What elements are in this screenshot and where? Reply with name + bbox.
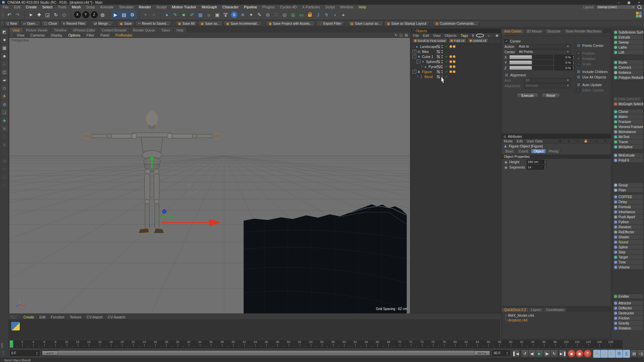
export-filter-button[interactable]: →Export Filter bbox=[316, 21, 344, 26]
next-frame-button[interactable]: )▶ bbox=[543, 350, 551, 358]
record-keyframe-button[interactable]: ◆ bbox=[568, 350, 576, 358]
hair-icon[interactable]: ◖ bbox=[331, 10, 339, 19]
scale-tool-icon[interactable]: ◲ bbox=[43, 10, 52, 19]
edges-mode-icon[interactable]: ◫ bbox=[1, 68, 8, 75]
tree-row-sphere-1[interactable]: −●Sphere.1✓ bbox=[411, 59, 500, 64]
command-shader[interactable]: Shader bbox=[613, 235, 643, 240]
texture-mode-icon[interactable]: ▦ bbox=[1, 44, 8, 51]
scroll-to-first-active-button[interactable]: Scroll to First Active bbox=[412, 38, 447, 43]
rotate-tool-icon[interactable]: ↻ bbox=[52, 10, 60, 19]
record-scale-toggle[interactable]: ◲ bbox=[600, 350, 608, 358]
command-motext[interactable]: MoText bbox=[613, 134, 643, 139]
joint-icon[interactable]: J bbox=[314, 10, 322, 19]
command-tracer[interactable]: Tracer bbox=[613, 139, 643, 144]
tag-icons[interactable] bbox=[449, 65, 455, 68]
snap-option-icon-5[interactable]: ▭ bbox=[1, 165, 8, 172]
tab-takes[interactable]: Takes bbox=[158, 27, 173, 33]
coordinate-system-icon[interactable]: ◍ bbox=[98, 10, 107, 19]
sketch-tool-icon[interactable]: ✎ bbox=[255, 10, 264, 19]
new-button[interactable]: ▯New bbox=[4, 21, 20, 26]
axis-lock-y-icon[interactable]: Y bbox=[82, 10, 90, 19]
command-cloner[interactable]: Cloner bbox=[613, 109, 643, 114]
new-panel-icon[interactable]: ⊞ bbox=[602, 139, 609, 143]
viewport-solo-icon[interactable]: ◎ bbox=[1, 101, 8, 108]
viewport-menu-grip[interactable] bbox=[10, 33, 13, 37]
menu-character[interactable]: Character bbox=[220, 5, 241, 9]
command-instance[interactable]: Instance bbox=[613, 70, 643, 75]
center-dropdown[interactable]: All Points▼ bbox=[517, 50, 571, 54]
snap-option-icon-2[interactable]: ▣ bbox=[1, 141, 8, 148]
menu-snap[interactable]: Snap bbox=[84, 5, 98, 9]
last-tool-icon[interactable]: ◇ bbox=[60, 10, 68, 19]
lock-workplane-icon[interactable]: ◈ bbox=[1, 117, 8, 124]
open--button[interactable]: ▱Open... bbox=[20, 21, 41, 26]
record-parameter-toggle[interactable]: Ⓟ bbox=[615, 350, 623, 358]
subdivision-surface-icon[interactable]: ● bbox=[163, 10, 171, 19]
tag-icons[interactable] bbox=[449, 45, 455, 48]
file-toolbar-grip[interactable] bbox=[1, 21, 3, 26]
lock-icon[interactable] bbox=[584, 139, 590, 142]
viewport-menu-panel[interactable]: Panel bbox=[97, 33, 112, 37]
command-subdivision-surface[interactable]: Subdivision Surface bbox=[613, 30, 643, 35]
tag-icons[interactable] bbox=[449, 60, 455, 63]
animation-dot-icon[interactable]: ◉ bbox=[504, 165, 507, 169]
command-polygon-reduction[interactable]: Polygon Reduction bbox=[613, 75, 643, 80]
timeline-ruler[interactable]: 0246810121416182022242628303234363840424… bbox=[8, 340, 623, 348]
snap-points-icon[interactable]: ∷ bbox=[272, 10, 280, 19]
make-editable-icon[interactable]: ◩ bbox=[1, 28, 8, 35]
axis-grip[interactable] bbox=[503, 34, 505, 36]
material-menu-cv-swatch[interactable]: CV-Swatch bbox=[105, 315, 128, 319]
minimize-button[interactable]: – bbox=[614, 1, 624, 4]
layer-swatch[interactable] bbox=[437, 65, 440, 68]
previous-key-button[interactable]: ↺ bbox=[521, 350, 529, 358]
animation-dot-icon[interactable]: ◉ bbox=[504, 160, 507, 164]
goto-end-button[interactable]: ▶▐ bbox=[559, 350, 567, 358]
menu-sculpt[interactable]: Sculpt bbox=[154, 5, 169, 9]
keyframe-selection-button[interactable]: ? bbox=[584, 350, 592, 358]
z-slider[interactable] bbox=[509, 66, 553, 70]
panel-menu-icon[interactable]: ▤ bbox=[405, 33, 408, 37]
workplane-mode-icon[interactable]: ◆ bbox=[1, 52, 8, 59]
unfold-all-button[interactable]: Unfold All bbox=[468, 38, 488, 43]
tweak-mode-icon[interactable]: ◇ bbox=[1, 84, 8, 92]
menu-edit[interactable]: Edit bbox=[11, 5, 23, 9]
include-children-checkbox[interactable] bbox=[577, 70, 581, 74]
panel-sync-icon[interactable]: ↻ bbox=[395, 33, 397, 37]
visibility-dots[interactable] bbox=[441, 70, 443, 73]
modeling-tool-icon[interactable]: ✦ bbox=[247, 10, 255, 19]
undo-icon[interactable]: ↶ bbox=[5, 10, 13, 19]
paint-brush-icon[interactable]: ✎ bbox=[171, 10, 179, 19]
tab-render-queue[interactable]: Render Queue bbox=[130, 27, 158, 33]
auto-update-checkbox[interactable] bbox=[577, 83, 581, 87]
play-button[interactable]: ▶ bbox=[536, 350, 543, 358]
play-sounds-button[interactable]: ◁) bbox=[637, 350, 644, 358]
end-frame-field[interactable]: 90 F▲▼ bbox=[492, 350, 510, 356]
snap-magnet-icon[interactable]: ∪ bbox=[1, 125, 8, 132]
command-polyfx[interactable]: PolyFX bbox=[613, 158, 643, 163]
value-stepper[interactable]: ▲▼ bbox=[543, 165, 546, 169]
tab-timeline[interactable]: Timeline bbox=[51, 27, 70, 33]
record-position-toggle[interactable]: ✚ bbox=[593, 350, 601, 358]
quickdocs-tab-layers[interactable]: Layers bbox=[529, 308, 544, 312]
record-rotation-toggle[interactable]: ↻ bbox=[608, 350, 615, 358]
y-value-field[interactable]: 0 % bbox=[554, 60, 572, 65]
visibility-dots[interactable] bbox=[441, 45, 443, 48]
command-moinstance[interactable]: MoInstance bbox=[613, 129, 643, 134]
redo-icon[interactable]: ↷ bbox=[13, 10, 22, 19]
spline-pen-icon[interactable]: ✐ bbox=[188, 10, 196, 19]
action-dropdown[interactable]: Axis to▼ bbox=[517, 44, 571, 49]
points-center-checkbox[interactable] bbox=[577, 44, 581, 48]
range-start-grip[interactable]: ◂ 0 F bbox=[42, 351, 58, 356]
command-formula[interactable]: Formula bbox=[613, 204, 643, 209]
command-python[interactable]: Python bbox=[613, 220, 643, 225]
save-layout-as--button[interactable]: ▦Save Layout as... bbox=[348, 21, 384, 26]
enabled-check-icon[interactable]: ✓ bbox=[445, 70, 448, 73]
command-connect[interactable]: Connect bbox=[613, 65, 643, 70]
tab-team-render-machines[interactable]: Team Render Machines bbox=[563, 29, 604, 33]
menu-plugins[interactable]: Plugins bbox=[260, 5, 277, 9]
snap-option-icon-4[interactable]: ◍ bbox=[1, 157, 8, 164]
close-button[interactable]: ▢Close bbox=[41, 21, 60, 26]
command-emitter[interactable]: Emitter bbox=[613, 294, 643, 299]
enabled-check-icon[interactable]: ✓ bbox=[445, 45, 448, 48]
live-selection-icon[interactable]: ➤ bbox=[26, 10, 35, 19]
